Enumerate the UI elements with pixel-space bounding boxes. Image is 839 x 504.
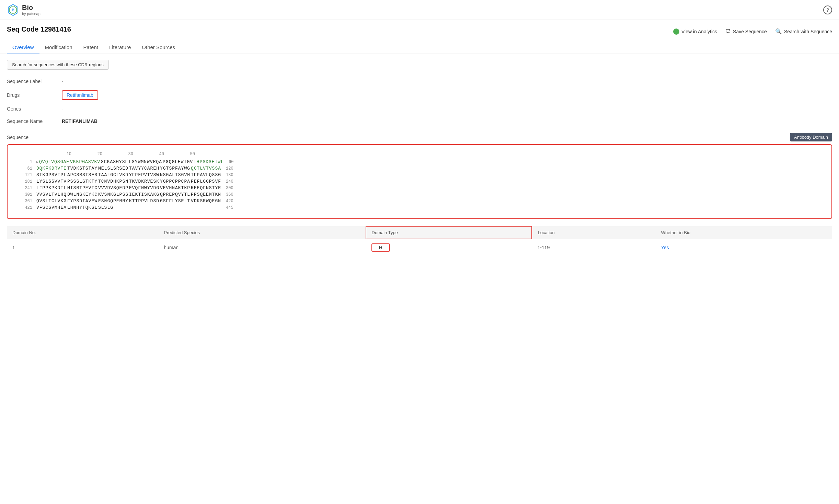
- sequence-section: Sequence Antibody Domain 10 20 30 40 50 …: [7, 133, 832, 256]
- logo-by-text: by patsnap: [22, 12, 41, 16]
- ruler-50: 50: [164, 152, 195, 157]
- tab-literature[interactable]: Literature: [104, 41, 136, 54]
- tab-overview[interactable]: Overview: [7, 41, 39, 54]
- seq-row: 121STKGPSVFPLAPCSRSTSESTAALGCLVKDYFPEPVT…: [16, 172, 823, 177]
- view-analytics-button[interactable]: View in Analytics: [673, 28, 717, 35]
- seq-row: 361QVSLTCLVKGFYPSDIAVEWESNGQPENNYKTTPPVL…: [16, 198, 823, 204]
- search-sequence-button[interactable]: 🔍 Search with Sequence: [775, 28, 832, 35]
- table-header-row: Domain No. Predicted Species Domain Type…: [7, 226, 832, 239]
- view-analytics-label: View in Analytics: [681, 29, 717, 34]
- seq-row-end-num: 300: [226, 186, 233, 191]
- seq-group-item: KTTPPVLDSD: [129, 198, 160, 204]
- sequence-label-field-label: Sequence Label: [7, 79, 62, 84]
- search-icon: 🔍: [775, 28, 782, 35]
- genes-value: -: [62, 106, 64, 112]
- help-button[interactable]: ?: [823, 5, 832, 14]
- col-domain-type: Domain Type: [366, 226, 532, 239]
- seq-group-item: QGTLVTVSSA: [191, 166, 222, 171]
- seq-group-item: SCKASGYSFT: [101, 159, 132, 164]
- seq-row-start-num: 361: [16, 199, 32, 204]
- seq-group-item: VFSCSVMHEA: [36, 205, 67, 210]
- seq-group-item: SYWMNWVRQA: [132, 159, 163, 164]
- save-sequence-button[interactable]: 🖫 Save Sequence: [725, 28, 767, 35]
- seq-group-item: YFPEPVTVSW: [129, 172, 160, 177]
- in-bio-cell[interactable]: Yes: [656, 239, 832, 256]
- seq-group-item: VVSVLTVLHQ: [36, 192, 67, 197]
- seq-row-start-num: 421: [16, 205, 32, 210]
- seq-group-item: TAALGCLVKD: [98, 172, 129, 177]
- drugs-row: Drugs Retifanlimab: [7, 88, 832, 103]
- seq-group-item: IHPSDSETWL: [194, 159, 225, 164]
- sequence-name-field-label: Sequence Name: [7, 118, 62, 124]
- cdr-search-button[interactable]: Search for sequences with these CDR regi…: [7, 60, 109, 70]
- seq-group-item: LFPPKPKDTL: [36, 185, 67, 191]
- seq-group-item: PPSQEEMTKN: [191, 192, 222, 197]
- seq-row-end-num: 120: [226, 166, 233, 171]
- seq-row-end-num: 420: [226, 199, 233, 204]
- sequence-box: 10 20 30 40 50 1▶QVQLVQSGAEVKKPGASVKVSCK…: [7, 144, 832, 219]
- seq-group-item: LYSLSSVVTV: [36, 179, 67, 184]
- seq-row: 1▶QVQLVQSGAEVKKPGASVKVSCKASGYSFTSYWMNWVR…: [16, 159, 823, 164]
- location-cell: 1-119: [532, 239, 655, 256]
- analytics-icon: [673, 28, 679, 35]
- seq-row: 61DQKFKDRVTITVDKSTSTAYMELSLSRSEDTAVYYCAR…: [16, 166, 823, 171]
- ruler-40: 40: [133, 152, 164, 157]
- sequence-header: Sequence Antibody Domain: [7, 133, 832, 141]
- seq-group-item: YGPPCPPCPA: [160, 179, 191, 184]
- col-domain-no: Domain No.: [7, 226, 158, 239]
- page-title: Seq Code 12981416: [7, 25, 71, 33]
- seq-group-item: NSGALTSGVH: [160, 172, 191, 177]
- logo-text: Bio by patsnap: [22, 3, 41, 16]
- drugs-field-label: Drugs: [7, 92, 62, 98]
- predicted-species-cell: human: [158, 239, 366, 256]
- sequence-label-row: Sequence Label -: [7, 75, 832, 88]
- domain-type-value: H: [371, 243, 390, 252]
- drug-tag-retifanlimab[interactable]: Retifanlimab: [62, 90, 98, 100]
- domain-no-cell: 1: [7, 239, 158, 256]
- sequence-name-value: RETIFANLIMAB: [62, 118, 97, 124]
- seq-group-item: PEFLGGPSVF: [191, 179, 222, 184]
- seq-group-item: ESNGQPENNY: [98, 198, 129, 204]
- seq-row: 301VVSVLTVLHQDWLNGKEYKCKVSNKGLPSSIEKTISK…: [16, 192, 823, 197]
- seq-group-item: MISRTPEVTC: [67, 185, 98, 191]
- seq-group-item: PGQGLEWIGV: [163, 159, 194, 164]
- tab-patent[interactable]: Patent: [78, 41, 104, 54]
- tab-other-sources[interactable]: Other Sources: [136, 41, 181, 54]
- header: B Bio by patsnap ?: [0, 0, 839, 20]
- seq-group-item: FYPSDIAVEW: [67, 198, 98, 204]
- seq-group-item: LHNHYTQKSL: [67, 205, 98, 210]
- seq-group-item: TKVDKRVESK: [129, 179, 160, 184]
- seq-group-item: TCNVDHKPSN: [98, 179, 129, 184]
- seq-row-start-num: 121: [16, 173, 32, 177]
- seq-row-start-num: 61: [16, 166, 32, 171]
- seq-group-item: VDKSRWQEGN: [191, 198, 222, 204]
- sequence-label-value: -: [62, 79, 64, 84]
- action-buttons: View in Analytics 🖫 Save Sequence 🔍 Sear…: [673, 28, 832, 35]
- seq-group-item: EVQFNWYVDG: [129, 185, 160, 191]
- ruler-10: 10: [41, 152, 71, 157]
- seq-row: 181LYSLSSVVTVPSSSLGTKTYTCNVDHKPSNTKVDKRV…: [16, 179, 823, 184]
- table-row: 1humanH1-119Yes: [7, 239, 832, 256]
- domain-table: Domain No. Predicted Species Domain Type…: [7, 226, 832, 256]
- ruler-20: 20: [71, 152, 102, 157]
- seq-group-item: IEKTISKAKG: [129, 192, 160, 197]
- seq-group-item: APCSRSTSES: [67, 172, 98, 177]
- save-sequence-label: Save Sequence: [733, 29, 767, 34]
- antibody-domain-button[interactable]: Antibody Domain: [790, 133, 832, 141]
- seq-group-item: YGTSPFAYWG: [160, 166, 191, 171]
- seq-group-item: REEQFNSTYR: [191, 185, 222, 191]
- logo-bio-text: Bio: [22, 3, 41, 12]
- logo-icon: B: [7, 4, 19, 16]
- domain-type-cell: H: [366, 239, 532, 256]
- seq-group-item: TVDKSTSTAY: [67, 166, 98, 171]
- seq-group-item: DWLNGKEYKC: [67, 192, 98, 197]
- seq-group-item: MELSLSRSED: [98, 166, 129, 171]
- ruler-30: 30: [102, 152, 133, 157]
- seq-group-item: TFPAVLQSSG: [191, 172, 222, 177]
- seq-group-item: QVQLVQSGAE: [39, 159, 70, 164]
- tab-modification[interactable]: Modification: [39, 41, 78, 54]
- seq-ruler: 10 20 30 40 50: [41, 152, 823, 157]
- tabs: Overview Modification Patent Literature …: [0, 41, 839, 54]
- seq-row-end-num: 240: [226, 179, 233, 184]
- seq-group-item: QVSLTCLVKG: [36, 198, 67, 204]
